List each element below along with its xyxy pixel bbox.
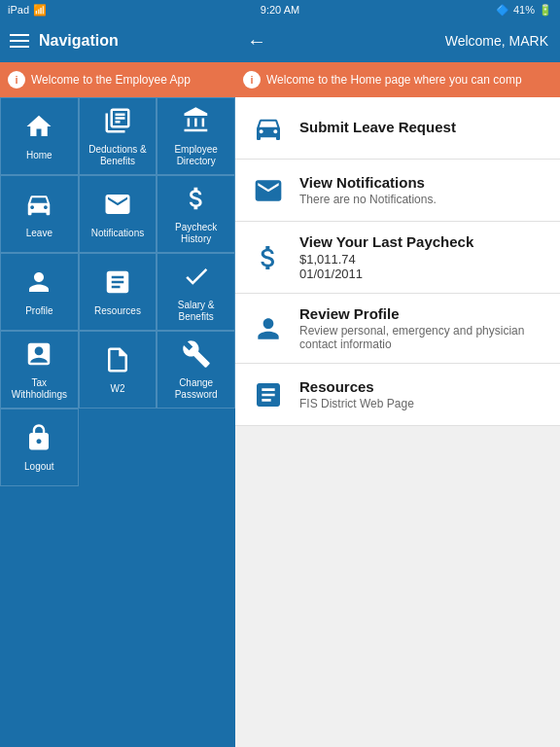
notification-bar: i Welcome to the Employee App i Welcome …	[0, 62, 560, 97]
sidebar: Home Deductions & Benefits Employee Dire…	[0, 97, 235, 747]
directory-label: Employee Directory	[159, 144, 232, 167]
device-label: iPad	[8, 4, 29, 16]
notif-right: i Welcome to the Home page where you can…	[235, 62, 560, 97]
view-notifications-item[interactable]: View Notifications There are no Notifica…	[235, 160, 560, 222]
paycheck-icon	[182, 184, 211, 218]
tax-label: Tax Withholdings	[3, 377, 76, 401]
review-profile-title: Review Profile	[299, 305, 544, 322]
right-panel: Submit Leave Request View Notifications …	[235, 97, 560, 747]
notifications-icon	[103, 190, 132, 224]
status-right: 🔷 41% 🔋	[496, 4, 552, 17]
status-left: iPad 📶	[8, 4, 47, 17]
notifications-label: Notifications	[91, 228, 144, 239]
resources-item[interactable]: Resources FIS District Web Page	[235, 364, 560, 426]
leave-icon	[24, 190, 53, 224]
last-paycheck-icon	[251, 240, 286, 275]
w2-label: W2	[110, 383, 124, 395]
welcome-message: Welcome, MARK	[445, 33, 548, 49]
review-profile-item[interactable]: Review Profile Review personal, emergenc…	[235, 294, 560, 364]
profile-label: Profile	[25, 305, 52, 317]
sidebar-item-paycheck[interactable]: Paycheck History	[157, 175, 235, 253]
sidebar-item-deductions[interactable]: Deductions & Benefits	[79, 97, 158, 175]
resources-title: Resources	[299, 378, 544, 395]
profile-icon	[24, 267, 53, 302]
password-label: Change Password	[159, 377, 232, 401]
home-icon	[24, 112, 53, 146]
main-content: Home Deductions & Benefits Employee Dire…	[0, 97, 560, 747]
submit-leave-icon	[251, 111, 286, 146]
sidebar-item-password[interactable]: Change Password	[157, 331, 235, 409]
submit-leave-content: Submit Leave Request	[299, 119, 544, 137]
sidebar-item-tax[interactable]: Tax Withholdings	[0, 331, 79, 409]
header-right: ← Welcome, MARK	[235, 30, 560, 53]
view-notifications-sub: There are no Notifications.	[299, 193, 544, 206]
resources-menu-icon	[251, 377, 286, 412]
deductions-icon	[103, 106, 132, 140]
notif-left-text: Welcome to the Employee App	[31, 73, 191, 87]
status-time: 9:20 AM	[261, 4, 299, 16]
resources-label: Resources	[94, 305, 141, 317]
notif-right-text: Welcome to the Home page where you can c…	[266, 73, 522, 87]
logout-label: Logout	[24, 461, 54, 473]
status-bar: iPad 📶 9:20 AM 🔷 41% 🔋	[0, 0, 560, 19]
notif-icon-left: i	[8, 71, 25, 89]
battery-icon: 🔋	[539, 4, 552, 17]
review-profile-icon	[251, 311, 286, 346]
sidebar-item-resources[interactable]: Resources	[79, 253, 158, 331]
sidebar-item-w2[interactable]: W2	[79, 331, 158, 409]
sidebar-item-profile[interactable]: Profile	[0, 253, 79, 331]
sidebar-item-home[interactable]: Home	[0, 97, 79, 175]
paycheck-date: 01/01/2011	[299, 267, 544, 281]
last-paycheck-content: View Your Last Paycheck $1,011.74 01/01/…	[299, 233, 544, 281]
hamburger-menu[interactable]	[10, 34, 29, 48]
notif-icon-right: i	[243, 71, 261, 89]
review-profile-content: Review Profile Review personal, emergenc…	[299, 305, 544, 351]
header-left: Navigation	[0, 32, 235, 50]
paycheck-label: Paycheck History	[159, 222, 232, 245]
sidebar-item-notifications[interactable]: Notifications	[79, 175, 158, 253]
header: Navigation ← Welcome, MARK	[0, 19, 560, 62]
leave-label: Leave	[26, 228, 52, 239]
battery-percent: 41%	[513, 4, 535, 16]
sidebar-item-leave[interactable]: Leave	[0, 175, 79, 253]
deductions-label: Deductions & Benefits	[82, 144, 155, 167]
home-label: Home	[26, 150, 52, 161]
sidebar-item-logout[interactable]: Logout	[0, 409, 79, 486]
nav-title: Navigation	[39, 32, 119, 50]
w2-icon	[103, 345, 132, 379]
sidebar-item-directory[interactable]: Employee Directory	[157, 97, 235, 175]
review-profile-sub: Review personal, emergency and physician…	[299, 324, 544, 351]
sidebar-item-salary[interactable]: Salary & Benefits	[157, 253, 235, 331]
submit-leave-title: Submit Leave Request	[299, 119, 544, 135]
last-paycheck-item[interactable]: View Your Last Paycheck $1,011.74 01/01/…	[235, 222, 560, 294]
resources-content: Resources FIS District Web Page	[299, 378, 544, 410]
salary-icon	[182, 262, 211, 296]
resources-sub: FIS District Web Page	[299, 397, 544, 410]
directory-icon	[182, 106, 211, 140]
view-notifications-title: View Notifications	[299, 174, 544, 191]
last-paycheck-title: View Your Last Paycheck	[299, 233, 544, 250]
view-notifications-icon	[251, 173, 286, 208]
logout-icon	[24, 423, 53, 457]
salary-label: Salary & Benefits	[159, 300, 232, 323]
submit-leave-item[interactable]: Submit Leave Request	[235, 97, 560, 160]
wifi-icon: 📶	[33, 4, 47, 17]
notif-left: i Welcome to the Employee App	[0, 62, 235, 97]
view-notifications-content: View Notifications There are no Notifica…	[299, 174, 544, 206]
paycheck-amount: $1,011.74	[299, 252, 544, 267]
password-icon	[182, 339, 211, 374]
resources-icon	[103, 267, 132, 302]
back-button[interactable]: ←	[247, 30, 266, 53]
tax-icon	[24, 339, 53, 374]
bluetooth-icon: 🔷	[496, 4, 509, 17]
